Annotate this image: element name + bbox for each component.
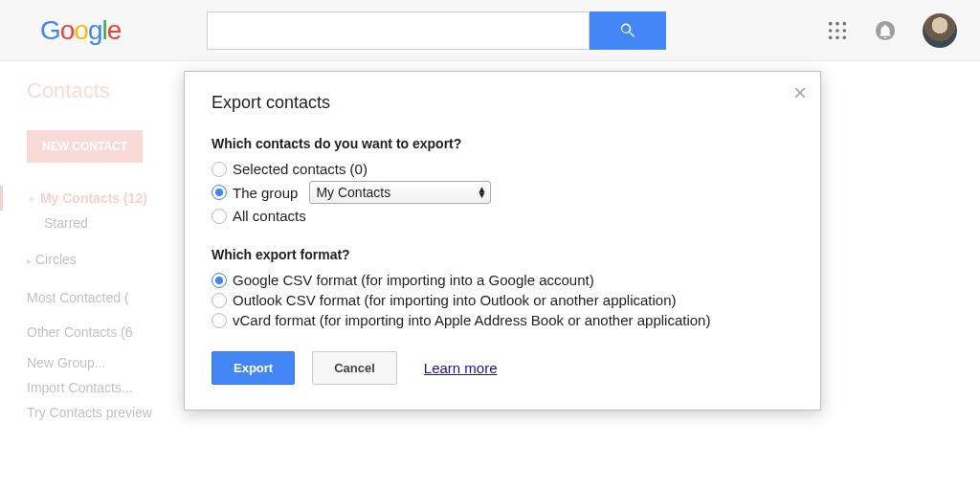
option-label: vCard format (for importing into Apple A… — [233, 312, 710, 328]
notifications-icon[interactable] — [875, 20, 896, 41]
option-vcard[interactable]: vCard format (for importing into Apple A… — [212, 310, 793, 330]
caret-right-icon: ▸ — [27, 256, 32, 266]
format-options: Google CSV format (for importing into a … — [212, 270, 793, 330]
cancel-button[interactable]: Cancel — [312, 351, 397, 385]
option-label: The group — [233, 185, 298, 201]
sidebar-item-other-contacts[interactable]: Other Contacts (6 — [27, 320, 184, 345]
svg-point-2 — [843, 21, 847, 25]
svg-point-7 — [835, 35, 839, 39]
radio-icon — [212, 185, 227, 200]
learn-more-link[interactable]: Learn more — [424, 360, 498, 376]
dialog-title: Export contacts — [212, 93, 793, 113]
sidebar: Contacts NEW CONTACT ▼My Contacts (12) S… — [0, 61, 191, 490]
apps-icon[interactable] — [827, 20, 848, 41]
contact-scope-options: Selected contacts (0) The group My Conta… — [212, 159, 793, 226]
svg-point-8 — [843, 35, 847, 39]
svg-point-3 — [829, 29, 833, 33]
option-label: All contacts — [233, 208, 306, 224]
dialog-actions: Export Cancel Learn more — [212, 351, 793, 385]
sidebar-label: My Contacts (12) — [40, 190, 147, 206]
option-all-contacts[interactable]: All contacts — [212, 206, 793, 226]
close-icon[interactable]: × — [793, 81, 807, 104]
sidebar-item-starred[interactable]: Starred — [27, 211, 184, 235]
search-button[interactable] — [590, 11, 666, 50]
export-button[interactable]: Export — [212, 351, 295, 385]
option-label: Google CSV format (for importing into a … — [233, 272, 594, 288]
group-select-value: My Contacts — [316, 185, 390, 200]
sidebar-item-try-preview[interactable]: Try Contacts preview — [27, 400, 184, 425]
caret-down-icon: ▼ — [27, 194, 36, 205]
export-contacts-dialog: × Export contacts Which contacts do you … — [184, 71, 821, 411]
radio-icon — [212, 209, 227, 224]
new-contact-button[interactable]: NEW CONTACT — [27, 130, 143, 163]
svg-point-6 — [829, 35, 833, 39]
radio-icon — [212, 313, 227, 328]
search-input[interactable] — [207, 11, 590, 50]
question-which-format: Which export format? — [212, 247, 793, 262]
app-header: Google — [0, 0, 980, 61]
option-label: Selected contacts (0) — [233, 161, 368, 177]
svg-point-1 — [835, 21, 839, 25]
radio-icon — [212, 293, 227, 308]
search-container — [207, 11, 666, 50]
header-right — [827, 13, 957, 48]
sidebar-item-import-contacts[interactable]: Import Contacts... — [27, 375, 184, 400]
account-avatar[interactable] — [923, 13, 957, 48]
group-select[interactable]: My Contacts ▲▼ — [309, 181, 491, 204]
sidebar-item-most-contacted[interactable]: Most Contacted ( — [27, 285, 184, 310]
option-outlook-csv[interactable]: Outlook CSV format (for importing into O… — [212, 290, 793, 310]
question-which-contacts: Which contacts do you want to export? — [212, 136, 793, 151]
sidebar-item-new-group[interactable]: New Group... — [27, 350, 184, 375]
app-title: Contacts — [27, 78, 184, 103]
svg-point-0 — [829, 21, 833, 25]
radio-icon — [212, 162, 227, 177]
svg-point-4 — [835, 29, 839, 33]
sidebar-item-circles[interactable]: ▸Circles — [27, 247, 184, 272]
radio-icon — [212, 273, 227, 288]
google-logo: Google — [40, 15, 121, 46]
svg-point-5 — [843, 29, 847, 33]
option-google-csv[interactable]: Google CSV format (for importing into a … — [212, 270, 793, 290]
option-selected-contacts[interactable]: Selected contacts (0) — [212, 159, 793, 179]
option-label: Outlook CSV format (for importing into O… — [233, 292, 677, 308]
select-arrows-icon: ▲▼ — [477, 187, 484, 198]
option-the-group[interactable]: The group My Contacts ▲▼ — [212, 179, 793, 206]
search-icon — [618, 21, 637, 40]
sidebar-item-my-contacts[interactable]: ▼My Contacts (12) — [0, 186, 184, 211]
sidebar-label: Circles — [35, 252, 77, 267]
